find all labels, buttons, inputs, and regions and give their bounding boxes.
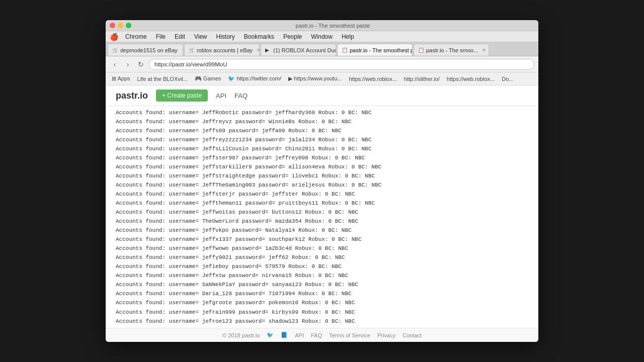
- pastr-logo: pastr.io: [116, 90, 148, 101]
- footer-faq-link[interactable]: FAQ: [311, 332, 322, 338]
- bookmark-youtube[interactable]: ▶ https://www.youtu...: [285, 74, 345, 83]
- menu-edit[interactable]: Edit: [171, 32, 189, 41]
- maximize-button[interactable]: [126, 23, 131, 28]
- paste-line: Accounts found: username= jefroe123 pass…: [106, 317, 538, 326]
- bookmark-apps[interactable]: ⊞ Apps: [109, 74, 133, 83]
- tab-label-5: pastr.io - The smoo...: [426, 47, 478, 53]
- paste-line: Accounts found: username= jeffsterjr pas…: [106, 190, 538, 199]
- bookmark-label-bloxvil: Life at the BLOXvil...: [137, 76, 188, 82]
- tab-favicon-2: 🛒: [189, 47, 195, 53]
- paste-line: Accounts found: username= jeffs09 passwo…: [106, 126, 538, 135]
- menu-window[interactable]: Window: [307, 32, 337, 41]
- tab-favicon-3: ▶: [265, 47, 271, 53]
- paste-content[interactable]: Accounts found: username= JeffRobotic pa…: [106, 106, 538, 328]
- tab-favicon-4: 📋: [342, 47, 348, 53]
- paste-line: Accounts found: username= jefftheman11 p…: [106, 199, 538, 208]
- faq-link[interactable]: FAQ: [234, 92, 248, 100]
- paste-line: Accounts found: username= JeffRobotic pa…: [106, 108, 538, 117]
- paste-line: Accounts found: username= jefieboy passw…: [106, 262, 538, 272]
- bookmark-label-roblox2: https://web.roblox...: [447, 76, 495, 82]
- bookmark-label-roblox1: https://web.roblox...: [349, 76, 396, 82]
- footer-tos-link[interactable]: Terms of Service: [329, 332, 370, 338]
- tab-favicon-1: 🛒: [112, 47, 118, 53]
- menu-file[interactable]: File: [152, 32, 170, 41]
- paste-line: Accounts found: username= jeffvkpo passw…: [106, 226, 538, 235]
- back-button[interactable]: ‹: [110, 59, 120, 69]
- menu-help[interactable]: Help: [338, 32, 358, 41]
- paste-line: Accounts found: username= JeffsLilCousin…: [106, 144, 538, 153]
- paste-line: Accounts found: username= jeffreyzzzz123…: [106, 135, 538, 144]
- browser-window: pastr.io - The smoothest paste 🍎 Chrome …: [106, 20, 538, 342]
- paste-line: Accounts found: username= Jeffreyvz pass…: [106, 117, 538, 126]
- paste-line: Accounts found: username= jeffwowo passw…: [106, 244, 538, 253]
- menu-bookmarks[interactable]: Bookmarks: [240, 32, 278, 41]
- bookmarks-bar: ⊞ Apps Life at the BLOXvil... 🎮 Games 🐦 …: [106, 72, 538, 85]
- menu-chrome[interactable]: Chrome: [121, 32, 151, 41]
- browser-content: pastr.io + Create paste API FAQ Accounts…: [106, 85, 538, 342]
- footer-contact-link[interactable]: Contact: [403, 332, 422, 338]
- paste-line: Accounts found: username= jeffstarkiller…: [106, 162, 538, 171]
- footer-copyright: © 2018 pastr.io: [222, 332, 260, 338]
- paste-line: Accounts found: username= jeffwoitas pas…: [106, 208, 538, 217]
- tab-ebay-2[interactable]: 🛒 roblox accounts | eBay ✕: [184, 44, 260, 56]
- tab-close-1[interactable]: ✕: [182, 47, 183, 53]
- bookmark-label-apps: ⊞ Apps: [112, 75, 130, 82]
- bookmark-games[interactable]: 🎮 Games: [192, 74, 224, 83]
- reload-button[interactable]: ↻: [136, 59, 146, 69]
- paste-line: Accounts found: username= jeffster987 pa…: [106, 153, 538, 162]
- tab-close-5[interactable]: ✕: [482, 47, 486, 53]
- paste-line: Accounts found: username= jefgroote pass…: [106, 299, 538, 308]
- menu-history[interactable]: History: [212, 32, 239, 41]
- bookmark-twitter[interactable]: 🐦 https://twitter.com/: [225, 74, 284, 83]
- bookmark-label-more: Do...: [502, 76, 513, 82]
- footer-api-link[interactable]: API: [295, 332, 304, 338]
- paste-line: Accounts found: username= jefrain999 pas…: [106, 308, 538, 317]
- tab-favicon-5: 📋: [418, 47, 424, 53]
- title-bar: pastr.io - The smoothest paste: [106, 20, 538, 31]
- paste-line: Accounts found: username= jeffstraighted…: [106, 171, 538, 180]
- bookmark-roblox1[interactable]: https://web.roblox...: [346, 75, 399, 83]
- url-bar[interactable]: https://pastr.io/view/d99MoU: [149, 59, 534, 70]
- pastr-header: pastr.io + Create paste API FAQ: [106, 85, 538, 106]
- tab-close-2[interactable]: ✕: [257, 47, 260, 53]
- bookmark-label-slither: http://slither.io/: [404, 76, 440, 82]
- tab-bar: 🛒 depmode1515 on eBay ✕ 🛒 roblox account…: [106, 42, 538, 56]
- footer-facebook-icon: 📘: [281, 332, 288, 338]
- tab-pastr-2[interactable]: 📋 pastr.io - The smoo... ✕: [414, 44, 489, 56]
- tab-ebay-1[interactable]: 🛒 depmode1515 on eBay ✕: [108, 44, 183, 56]
- tab-roblox-dump[interactable]: ▶ (1) ROBLOX Account Dump... ✕: [261, 44, 336, 56]
- paste-line: Accounts found: username= TheOwerLord pa…: [106, 217, 538, 226]
- tab-label-1: depmode1515 on eBay: [120, 47, 178, 53]
- bookmark-label-games: 🎮 Games: [195, 75, 221, 82]
- bookmark-more[interactable]: Do...: [499, 75, 516, 83]
- menu-view[interactable]: View: [190, 32, 211, 41]
- bookmark-roblox2[interactable]: https://web.roblox...: [444, 75, 498, 83]
- paste-line: Accounts found: username= jeffx1337 pass…: [106, 235, 538, 244]
- bookmark-label-youtube: ▶ https://www.youtu...: [288, 75, 342, 82]
- bookmark-label-twitter: 🐦 https://twitter.com/: [228, 75, 281, 82]
- url-text: https://pastr.io/view/d99MoU: [154, 61, 227, 67]
- menu-bar: 🍎 Chrome File Edit View History Bookmark…: [106, 31, 538, 42]
- tab-pastr-active[interactable]: 📋 pastr.io - The smoothest p... ✕: [337, 44, 413, 56]
- paste-line: Accounts found: username= Jeffxtw passwo…: [106, 272, 538, 281]
- forward-button[interactable]: ›: [123, 59, 133, 69]
- menu-people[interactable]: People: [279, 32, 306, 41]
- paste-line: Accounts found: username= SaNNekPlaY pas…: [106, 281, 538, 290]
- tab-label-4: pastr.io - The smoothest p...: [350, 47, 413, 53]
- window-title: pastr.io - The smoothest paste: [131, 23, 534, 29]
- address-bar: ‹ › ↻ https://pastr.io/view/d99MoU: [106, 56, 538, 72]
- footer-privacy-link[interactable]: Privacy: [377, 332, 395, 338]
- bookmark-slither[interactable]: http://slither.io/: [401, 75, 443, 83]
- minimize-button[interactable]: [118, 23, 123, 28]
- create-paste-button[interactable]: + Create paste: [156, 89, 208, 102]
- paste-line: Accounts found: username= JeffTheGaming0…: [106, 180, 538, 190]
- paste-line: Accounts found: username= jeffy9021 pass…: [106, 253, 538, 262]
- tab-label-3: (1) ROBLOX Account Dump...: [273, 47, 336, 53]
- pastr-footer: © 2018 pastr.io 🐦 📘 API FAQ Terms of Ser…: [106, 328, 538, 342]
- close-button[interactable]: [110, 23, 115, 28]
- apple-menu[interactable]: 🍎: [110, 33, 118, 41]
- bookmark-bloxvil[interactable]: Life at the BLOXvil...: [134, 75, 191, 83]
- tab-label-2: roblox accounts | eBay: [197, 47, 253, 53]
- api-link[interactable]: API: [216, 92, 226, 100]
- paste-line: Accounts found: username= Daria_128 pass…: [106, 290, 538, 299]
